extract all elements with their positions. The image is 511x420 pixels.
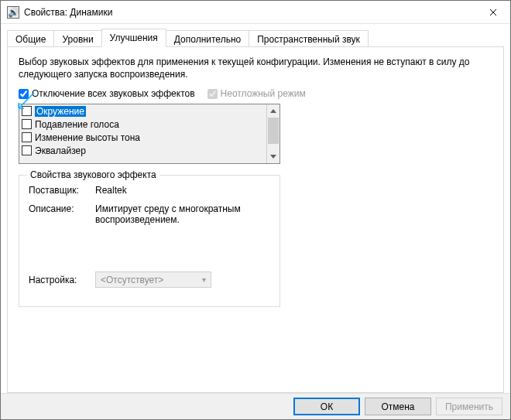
disable-all-effects-input[interactable] bbox=[19, 89, 29, 99]
ok-button[interactable]: ОК bbox=[293, 398, 360, 415]
cancel-button[interactable]: Отмена bbox=[365, 398, 431, 415]
description-value: Имитирует среду с многократным воспроизв… bbox=[95, 203, 270, 225]
immediate-mode-checkbox: Неотложный режим bbox=[207, 88, 306, 99]
setting-value: <Отсутствует> bbox=[101, 275, 163, 285]
scroll-down-button[interactable] bbox=[267, 150, 280, 163]
tab-enhancements[interactable]: Улучшения bbox=[101, 29, 166, 47]
speaker-icon: 🔊 bbox=[7, 6, 19, 19]
close-button[interactable] bbox=[475, 1, 510, 23]
effect-checkbox[interactable] bbox=[22, 145, 32, 155]
tab-advanced[interactable]: Дополнительно bbox=[166, 30, 249, 48]
list-item[interactable]: Эквалайзер bbox=[19, 144, 266, 157]
close-icon bbox=[489, 9, 497, 16]
effect-checkbox[interactable] bbox=[22, 132, 32, 142]
effect-checkbox[interactable] bbox=[22, 106, 32, 116]
scrollbar[interactable] bbox=[266, 104, 280, 163]
window-title: Свойства: Динамики bbox=[24, 7, 475, 18]
provider-label: Поставщик: bbox=[29, 185, 95, 196]
effect-label: Изменение высоты тона bbox=[35, 132, 140, 143]
setting-select: <Отсутствует> ▾ bbox=[95, 271, 211, 288]
tab-general[interactable]: Общие bbox=[7, 30, 54, 48]
disable-all-effects-checkbox[interactable]: Отключение всех звуковых эффектов bbox=[19, 88, 195, 99]
tab-page-enhancements: Выбор звуковых эффектов для применения к… bbox=[7, 46, 504, 393]
list-item[interactable]: Изменение высоты тона bbox=[19, 131, 266, 144]
scroll-track[interactable] bbox=[267, 118, 280, 150]
chevron-down-icon bbox=[270, 155, 276, 159]
disable-all-effects-label: Отключение всех звуковых эффектов bbox=[32, 88, 195, 99]
chevron-down-icon: ▾ bbox=[202, 275, 206, 284]
titlebar: 🔊 Свойства: Динамики bbox=[1, 1, 510, 24]
enhancements-description: Выбор звуковых эффектов для применения к… bbox=[19, 56, 492, 80]
effect-label: Подавление голоса bbox=[35, 119, 119, 130]
description-label: Описание: bbox=[29, 203, 95, 225]
effect-checkbox[interactable] bbox=[22, 119, 32, 129]
list-item[interactable]: Подавление голоса bbox=[19, 118, 266, 131]
properties-dialog: 🔊 Свойства: Динамики Общие Уровни Улучше… bbox=[0, 0, 511, 420]
tab-levels[interactable]: Уровни bbox=[53, 30, 101, 48]
immediate-mode-input bbox=[207, 89, 218, 99]
scroll-up-button[interactable] bbox=[267, 104, 280, 118]
tabs-container: Общие Уровни Улучшения Дополнительно Про… bbox=[1, 24, 510, 393]
tab-spatial-sound[interactable]: Пространственный звук bbox=[249, 30, 369, 48]
immediate-mode-label: Неотложный режим bbox=[221, 88, 306, 99]
apply-button: Применить bbox=[436, 398, 502, 415]
effect-properties-group: Свойства звукового эффекта Поставщик: Re… bbox=[19, 175, 280, 307]
setting-label: Настройка: bbox=[29, 275, 95, 285]
list-item[interactable]: Окружение bbox=[19, 104, 266, 118]
dialog-button-bar: ОК Отмена Применить bbox=[1, 393, 510, 419]
provider-value: Realtek bbox=[95, 185, 270, 196]
effect-properties-legend: Свойства звукового эффекта bbox=[27, 169, 159, 180]
scroll-thumb[interactable] bbox=[268, 118, 279, 144]
effects-items: Окружение Подавление голоса Изменение вы… bbox=[19, 104, 266, 163]
tabstrip: Общие Уровни Улучшения Дополнительно Про… bbox=[7, 29, 504, 47]
effects-listbox[interactable]: Окружение Подавление голоса Изменение вы… bbox=[19, 104, 280, 164]
chevron-up-icon bbox=[270, 109, 276, 113]
effect-label: Окружение bbox=[35, 106, 86, 117]
effect-label: Эквалайзер bbox=[35, 145, 86, 156]
